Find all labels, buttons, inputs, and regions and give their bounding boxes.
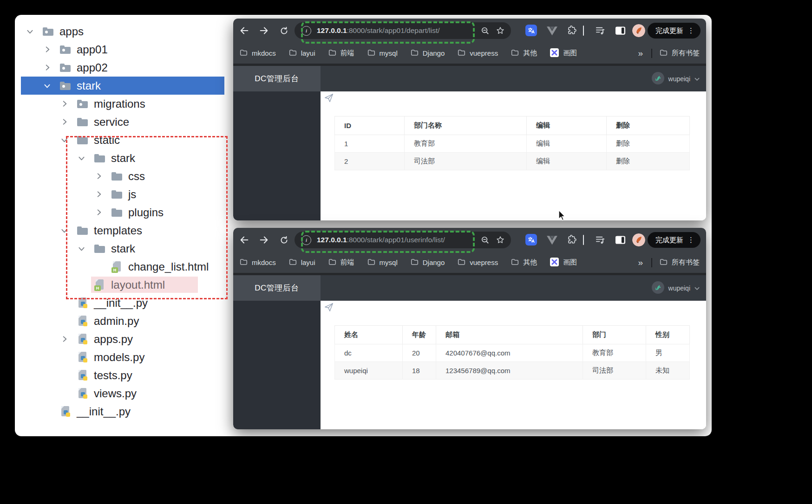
extensions-icon[interactable] — [566, 25, 577, 38]
playlist-extension-icon[interactable] — [595, 26, 606, 38]
bookmark-item[interactable]: 其他 — [511, 49, 537, 58]
bookmark-item[interactable]: mysql — [367, 258, 398, 267]
bookmark-item[interactable]: 画图 — [550, 48, 577, 58]
tree-item-layout-html[interactable]: H layout.html — [15, 276, 247, 294]
bookmark-item[interactable]: Django — [411, 258, 445, 267]
translate-extension-icon[interactable] — [525, 25, 537, 38]
chevron-right-icon[interactable] — [94, 208, 104, 217]
kebab-menu-icon[interactable]: ⋮ — [688, 236, 694, 244]
bookmarks-overflow-chevron[interactable]: » — [638, 258, 643, 268]
vue-devtools-extension-icon[interactable] — [546, 26, 558, 38]
zoom-icon[interactable] — [481, 236, 490, 246]
chevron-right-icon[interactable] — [94, 172, 104, 181]
tree-item-templates[interactable]: templates — [15, 221, 247, 239]
profile-avatar[interactable] — [632, 233, 645, 246]
tree-item-apps[interactable]: apps — [15, 22, 247, 40]
back-button[interactable] — [239, 25, 250, 36]
extensions-icon[interactable] — [566, 234, 577, 247]
project-file-tree: apps app01 app02 stark migrations servic… — [15, 22, 247, 420]
tree-item-apps-py[interactable]: apps.py — [15, 330, 247, 348]
bookmark-item[interactable]: mysql — [367, 49, 398, 58]
all-bookmarks-button[interactable]: 所有书签 — [660, 49, 700, 58]
tree-item-js[interactable]: js — [15, 185, 247, 203]
tree-item-admin-py[interactable]: admin.py — [15, 312, 247, 330]
forward-button[interactable] — [258, 25, 269, 36]
chevron-right-icon[interactable] — [60, 335, 69, 344]
bookmark-item[interactable]: 前端 — [328, 49, 354, 58]
bookmark-star-icon[interactable] — [496, 26, 505, 37]
bookmark-item[interactable]: mkdocs — [240, 49, 276, 58]
site-info-icon[interactable]: i — [301, 26, 311, 36]
zoom-icon[interactable] — [481, 26, 490, 37]
forward-button[interactable] — [258, 234, 269, 246]
bookmark-label: 前端 — [341, 258, 354, 267]
bookmark-item[interactable]: mkdocs — [240, 258, 276, 267]
chevron-right-icon[interactable] — [43, 63, 52, 72]
reload-icon[interactable] — [278, 234, 289, 246]
tree-item-models-py[interactable]: models.py — [15, 348, 247, 366]
chevron-down-icon[interactable] — [26, 27, 35, 36]
back-button[interactable] — [239, 234, 250, 246]
chevron-down-icon[interactable] — [43, 81, 52, 90]
vue-devtools-extension-icon[interactable] — [546, 235, 558, 247]
tree-item-css[interactable]: css — [15, 167, 247, 185]
tree-item-service[interactable]: service — [15, 113, 247, 131]
profile-avatar[interactable] — [632, 24, 645, 37]
user-menu[interactable]: wupeiqi — [652, 66, 700, 91]
bookmark-item[interactable]: vuepress — [458, 49, 498, 58]
chevron-down-icon[interactable] — [77, 244, 86, 253]
delete-link[interactable]: 删除 — [607, 153, 690, 170]
tree-item-static[interactable]: static — [15, 131, 247, 149]
user-menu[interactable]: wupeiqi — [652, 275, 700, 301]
tree-item-stark[interactable]: stark — [15, 239, 247, 258]
playlist-extension-icon[interactable] — [595, 235, 606, 247]
kebab-menu-icon[interactable]: ⋮ — [688, 26, 694, 35]
address-bar[interactable]: i 127.0.0.1:8000/stark/app01/userinfo/li… — [295, 232, 511, 248]
delete-link[interactable]: 删除 — [607, 135, 690, 153]
table-cell: 未知 — [646, 362, 690, 380]
tree-item-label: models.py — [94, 351, 144, 364]
chevron-down-icon[interactable] — [60, 226, 69, 235]
bookmark-item[interactable]: 画图 — [550, 258, 577, 268]
tree-item-label: layout.html — [111, 278, 165, 291]
tree-item-views-py[interactable]: views.py — [15, 384, 247, 402]
chevron-down-icon[interactable] — [77, 154, 86, 163]
chevron-right-icon[interactable] — [94, 190, 104, 199]
all-bookmarks-button[interactable]: 所有书签 — [660, 258, 700, 267]
edit-link[interactable]: 编辑 — [527, 153, 607, 170]
bookmark-item[interactable]: vuepress — [458, 258, 498, 267]
side-panel-icon[interactable] — [615, 26, 626, 37]
chevron-right-icon[interactable] — [60, 117, 69, 127]
bookmark-star-icon[interactable] — [496, 235, 505, 246]
bookmark-item[interactable]: layui — [289, 49, 315, 58]
tree-item-init-py[interactable]: __init__.py — [15, 402, 247, 420]
chevron-right-icon[interactable] — [43, 45, 52, 54]
table-cell: 教育部 — [583, 344, 646, 362]
bookmark-item[interactable]: Django — [411, 49, 445, 58]
reload-icon[interactable] — [278, 25, 289, 36]
tree-item-plugins[interactable]: plugins — [15, 203, 247, 221]
bookmark-item[interactable]: 其他 — [511, 258, 537, 267]
translate-extension-icon[interactable] — [525, 234, 537, 247]
folder-icon — [59, 80, 72, 92]
tree-item-label: service — [94, 116, 129, 129]
bookmarks-overflow-chevron[interactable]: » — [638, 48, 643, 58]
tree-item-change-list-html[interactable]: H change_list.html — [15, 258, 247, 276]
chevron-right-icon[interactable] — [60, 99, 69, 109]
tree-item-init-py[interactable]: __init__.py — [15, 294, 247, 312]
tree-item-stark[interactable]: stark — [15, 149, 247, 167]
tree-item-app01[interactable]: app01 — [15, 40, 247, 58]
address-bar[interactable]: i 127.0.0.1:8000/stark/app01/depart/list… — [295, 22, 511, 39]
bookmark-item[interactable]: layui — [289, 258, 315, 267]
chevron-down-icon[interactable] — [60, 136, 69, 145]
update-button[interactable]: 完成更新 ⋮ — [648, 232, 701, 248]
site-info-icon[interactable]: i — [301, 235, 311, 245]
tree-item-tests-py[interactable]: tests.py — [15, 366, 247, 384]
bookmark-item[interactable]: 前端 — [328, 258, 354, 267]
tree-item-app02[interactable]: app02 — [15, 58, 247, 77]
side-panel-icon[interactable] — [615, 235, 626, 246]
tree-item-migrations[interactable]: migrations — [15, 95, 247, 113]
update-button[interactable]: 完成更新 ⋮ — [648, 23, 701, 39]
edit-link[interactable]: 编辑 — [527, 135, 607, 153]
tree-item-stark[interactable]: stark — [15, 77, 247, 95]
